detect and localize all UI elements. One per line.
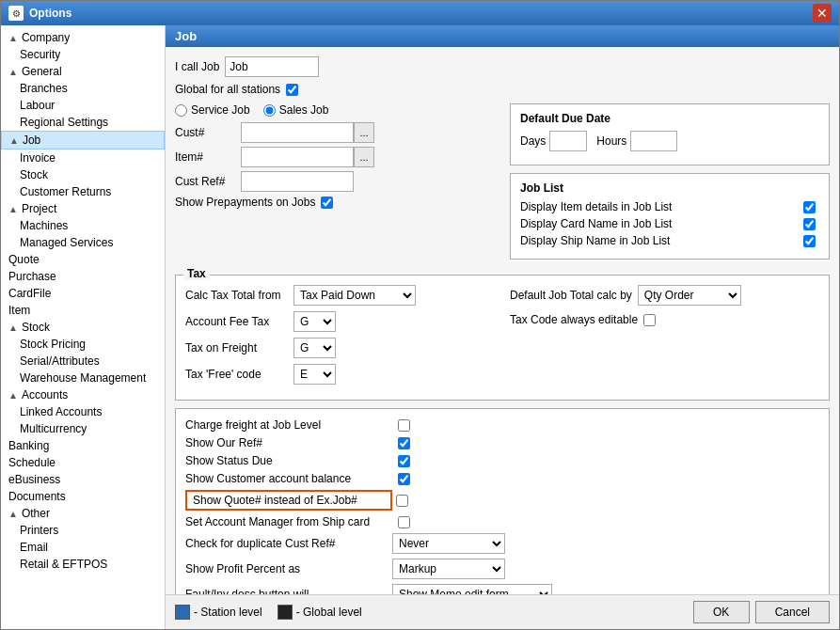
show-profit-label: Show Profit Percent as [185, 562, 392, 575]
sidebar-item-cardfile[interactable]: CardFile [1, 285, 165, 302]
sidebar-item-project[interactable]: ▲Project [1, 200, 165, 217]
i-call-job-input[interactable] [225, 56, 319, 77]
display-card-checkbox[interactable] [803, 218, 816, 230]
sidebar-item-linked[interactable]: Linked Accounts [1, 403, 165, 420]
tax-section: Tax Calc Tax Total from Tax Paid Down Ta… [175, 275, 830, 401]
station-legend-label: - Station level [194, 606, 262, 619]
service-job-label: Service Job [191, 103, 250, 117]
sidebar-item-purchase[interactable]: Purchase [1, 268, 165, 285]
global-label: Global for all stations [175, 83, 280, 96]
sidebar-item-managed[interactable]: Managed Services [1, 234, 165, 251]
tax-code-editable-checkbox[interactable] [643, 314, 656, 326]
charge-freight-label: Charge freight at Job Level [185, 418, 392, 432]
sidebar-item-stock-sub[interactable]: Stock [1, 166, 165, 183]
close-button[interactable]: ✕ [813, 4, 832, 23]
dup-cust-ref-dropdown[interactable]: Never Always Warn [392, 533, 505, 554]
sales-job-radio[interactable] [263, 104, 276, 117]
charge-freight-row: Charge freight at Job Level [185, 418, 819, 432]
sidebar-item-item[interactable]: Item [1, 302, 165, 319]
job-list-title: Job List [520, 181, 819, 195]
cust-ref-label: Cust Ref# [175, 175, 241, 188]
fault-inv-label: Fault/Inv desc button will [185, 588, 392, 594]
calc-tax-dropdown[interactable]: Tax Paid Down Tax Added On [293, 285, 416, 306]
show-cust-balance-checkbox[interactable] [398, 473, 410, 485]
sidebar-item-branches[interactable]: Branches [1, 80, 165, 97]
display-item-checkbox[interactable] [803, 201, 816, 213]
sidebar-item-security[interactable]: Security [1, 46, 165, 63]
sidebar-item-banking[interactable]: Banking [1, 437, 165, 454]
panel-body: I call Job Global for all stations [166, 47, 839, 594]
show-prepay-label: Show Prepayments on Jobs [175, 196, 315, 209]
station-legend-box [175, 605, 190, 620]
station-legend-item: - Station level [175, 605, 262, 620]
sales-job-label: Sales Job [279, 103, 329, 117]
sidebar-item-company[interactable]: ▲Company [1, 29, 165, 46]
show-status-row: Show Status Due [185, 454, 819, 467]
right-panel: Job I call Job Global for all stations [166, 25, 839, 629]
days-input[interactable] [549, 131, 587, 151]
sidebar-item-accounts[interactable]: ▲Accounts [1, 386, 165, 403]
sidebar-item-ebusiness[interactable]: eBusiness [1, 471, 165, 488]
account-fee-dropdown[interactable]: G E [293, 311, 336, 332]
legend: - Station level - Global level [175, 605, 362, 620]
show-profit-dropdown[interactable]: Markup Margin [392, 559, 505, 579]
cust-label: Cust# [175, 126, 241, 139]
show-our-ref-checkbox[interactable] [398, 437, 410, 449]
cust-ellipsis-btn[interactable]: ... [354, 122, 374, 143]
default-job-total-dropdown[interactable]: Qty Order Qty Picked [638, 285, 741, 306]
show-status-checkbox[interactable] [398, 455, 410, 467]
service-job-radio[interactable] [175, 104, 187, 117]
default-job-total-label: Default Job Total calc by [510, 289, 632, 302]
sidebar-item-documents[interactable]: Documents [1, 488, 165, 505]
service-job-radio-label[interactable]: Service Job [175, 103, 250, 117]
item-label: Item# [175, 150, 241, 164]
charge-freight-checkbox[interactable] [398, 419, 410, 432]
sidebar-item-machines[interactable]: Machines [1, 217, 165, 234]
sidebar-item-regional[interactable]: Regional Settings [1, 114, 165, 131]
sidebar-item-stock-pricing[interactable]: Stock Pricing [1, 336, 165, 353]
show-prepay-checkbox[interactable] [321, 197, 333, 209]
sidebar-item-email[interactable]: Email [1, 539, 165, 556]
sidebar-item-printers[interactable]: Printers [1, 522, 165, 539]
set-acct-mgr-checkbox[interactable] [398, 516, 410, 528]
global-checkbox[interactable] [286, 84, 298, 96]
sidebar-item-customer-returns[interactable]: Customer Returns [1, 183, 165, 200]
sidebar-item-general[interactable]: ▲General [1, 63, 165, 80]
set-acct-mgr-row: Set Account Manager from Ship card [185, 515, 819, 528]
sidebar-item-serial[interactable]: Serial/Attributes [1, 353, 165, 370]
cust-ref-input[interactable] [241, 171, 354, 192]
bottom-bar: - Station level - Global level OK Cancel [166, 594, 839, 629]
sidebar-item-other[interactable]: ▲Other [1, 505, 165, 522]
tax-free-dropdown[interactable]: E G [293, 364, 336, 385]
sidebar-item-quote[interactable]: Quote [1, 251, 165, 268]
bottom-buttons: OK Cancel [693, 601, 830, 623]
show-quote-label: Show Quote# instead of Ex.Job# [193, 494, 357, 507]
tax-freight-dropdown[interactable]: G E [293, 338, 336, 358]
show-quote-checkbox[interactable] [396, 495, 408, 507]
ok-button[interactable]: OK [693, 601, 750, 623]
display-card-label: Display Card Name in Job List [520, 217, 672, 230]
item-ellipsis-btn[interactable]: ... [354, 147, 374, 167]
sidebar-item-invoice[interactable]: Invoice [1, 150, 165, 166]
window-title: Options [29, 7, 71, 20]
tax-free-label: Tax 'Free' code [185, 368, 293, 381]
sidebar-item-warehouse[interactable]: Warehouse Management [1, 370, 165, 386]
sidebar-item-job[interactable]: ▲Job [1, 131, 165, 150]
fault-inv-dropdown[interactable]: Show Memo edit form Open Document [392, 584, 552, 594]
sidebar: ▲Company Security ▲General Branches Labo… [1, 25, 166, 629]
global-legend-label: - Global level [296, 606, 362, 619]
sales-job-radio-label[interactable]: Sales Job [263, 103, 329, 117]
sidebar-item-stock[interactable]: ▲Stock [1, 319, 165, 336]
item-input[interactable] [241, 147, 354, 167]
sidebar-item-multicurrency[interactable]: Multicurrency [1, 420, 165, 437]
hours-input[interactable] [630, 131, 677, 151]
show-cust-balance-row: Show Customer account balance [185, 472, 819, 485]
display-ship-checkbox[interactable] [803, 235, 816, 247]
sidebar-item-retail[interactable]: Retail & EFTPOS [1, 556, 165, 573]
sidebar-item-labour[interactable]: Labour [1, 97, 165, 114]
show-our-ref-row: Show Our Ref# [185, 436, 819, 449]
show-our-ref-label: Show Our Ref# [185, 436, 392, 449]
cust-input[interactable] [241, 122, 354, 143]
cancel-button[interactable]: Cancel [755, 601, 830, 623]
sidebar-item-schedule[interactable]: Schedule [1, 454, 165, 471]
